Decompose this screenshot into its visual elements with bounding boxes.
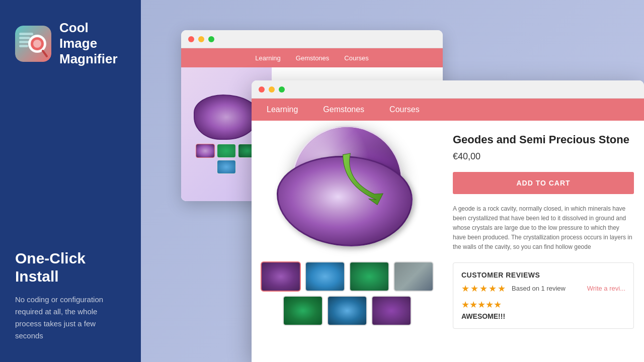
thumb-large-6[interactable] bbox=[327, 296, 367, 326]
svg-rect-2 bbox=[19, 37, 30, 39]
review-item-stars: ★★★★★ bbox=[461, 299, 625, 310]
nav-learning-small[interactable]: Learning bbox=[255, 54, 281, 62]
svg-rect-4 bbox=[19, 45, 28, 47]
dot-yellow-small bbox=[198, 36, 204, 42]
dot-green-small bbox=[208, 36, 214, 42]
thumb-large-5[interactable] bbox=[283, 296, 323, 326]
thumbnails-large bbox=[257, 261, 438, 326]
write-review-link[interactable]: Write a revi... bbox=[587, 285, 625, 292]
product-description: A geode is a rock cavity, normally close… bbox=[453, 204, 634, 252]
review-count: Based on 1 review bbox=[512, 285, 566, 292]
svg-rect-1 bbox=[19, 33, 33, 35]
nav-gemstones-small[interactable]: Gemstones bbox=[296, 54, 329, 62]
browser-titlebar-large bbox=[252, 80, 644, 99]
agate-main-small bbox=[194, 95, 259, 140]
dot-yellow-large bbox=[269, 86, 275, 93]
dot-red-small bbox=[188, 36, 194, 42]
review-item-text: AWESOME!!! bbox=[461, 312, 625, 320]
nav-gemstones-large[interactable]: Gemstones bbox=[323, 105, 364, 114]
app-logo bbox=[15, 26, 51, 62]
dot-green-large bbox=[279, 86, 285, 93]
browser-window-large: Learning Gemstones Courses bbox=[252, 80, 644, 362]
product-details-panel: Geodes and Semi Precious Stone €40,00 AD… bbox=[443, 121, 644, 362]
thumb-small-4[interactable] bbox=[217, 160, 236, 174]
dot-red-large bbox=[259, 86, 265, 93]
add-to-cart-button[interactable]: ADD TO CART bbox=[453, 172, 634, 194]
product-price: €40,00 bbox=[453, 151, 634, 162]
thumb-large-2[interactable] bbox=[305, 261, 345, 292]
review-stars: ★★★★★ bbox=[461, 283, 507, 294]
thumb-small-1[interactable] bbox=[196, 144, 215, 158]
reviews-summary: ★★★★★ Based on 1 review Write a revi... bbox=[461, 283, 625, 294]
one-click-desc: No coding or configuration required at a… bbox=[15, 294, 126, 342]
nav-courses-large[interactable]: Courses bbox=[389, 105, 420, 114]
browser-titlebar-small bbox=[181, 30, 443, 48]
svg-point-7 bbox=[33, 40, 41, 48]
reviews-title: CUSTOMER REVIEWS bbox=[461, 271, 625, 279]
thumb-large-4[interactable] bbox=[393, 261, 434, 292]
thumb-large-1[interactable] bbox=[261, 261, 301, 292]
nav-courses-small[interactable]: Courses bbox=[344, 54, 368, 62]
thumb-large-7[interactable] bbox=[371, 296, 412, 326]
sidebar-bottom: One-Click Install No coding or configura… bbox=[15, 249, 126, 342]
thumb-large-3[interactable] bbox=[349, 261, 389, 292]
nav-learning-large[interactable]: Learning bbox=[267, 105, 298, 114]
logo-area: Cool Image Magnifier bbox=[15, 20, 126, 67]
reviews-section: CUSTOMER REVIEWS ★★★★★ Based on 1 review… bbox=[453, 262, 634, 329]
one-click-title: One-Click Install bbox=[15, 249, 126, 286]
arrow-indicator bbox=[327, 135, 409, 219]
browser-body-large: Geodes and Semi Precious Stone €40,00 AD… bbox=[252, 121, 644, 362]
browser-nav-large: Learning Gemstones Courses bbox=[252, 99, 644, 121]
app-title: Cool Image Magnifier bbox=[59, 20, 126, 67]
sidebar: Cool Image Magnifier One-Click Install N… bbox=[0, 0, 141, 362]
browser-nav-small: Learning Gemstones Courses bbox=[181, 48, 443, 67]
main-content: Learning Gemstones Courses bbox=[141, 0, 644, 362]
thumb-small-2[interactable] bbox=[217, 144, 236, 158]
product-title: Geodes and Semi Precious Stone bbox=[453, 133, 634, 147]
